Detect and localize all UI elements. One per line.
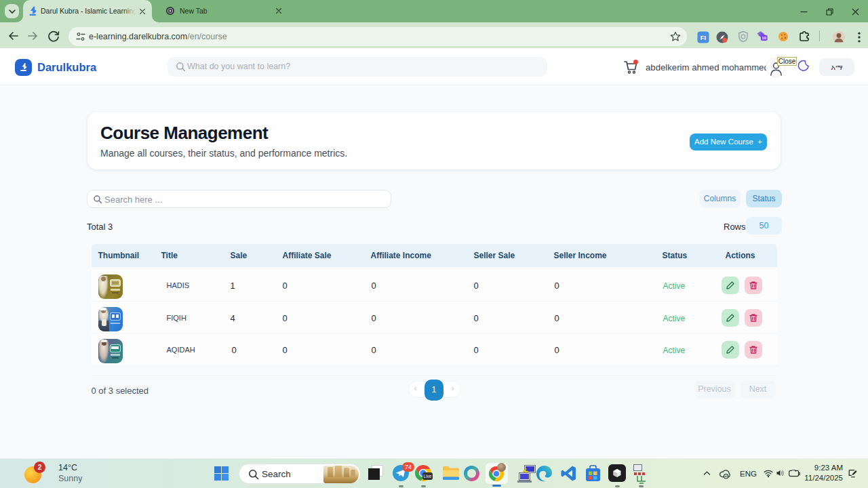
svg-text:10: 10 (762, 36, 766, 40)
svg-text:FI: FI (701, 34, 706, 41)
